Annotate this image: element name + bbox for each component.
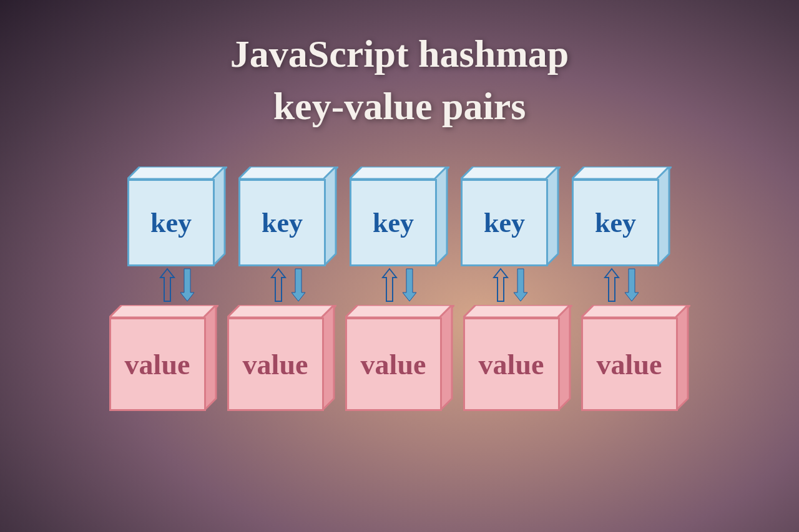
key-label: key [350, 179, 437, 266]
hashmap-diagram: key key key key key [100, 167, 699, 411]
arrow-pair [238, 268, 338, 302]
key-label: key [461, 179, 548, 266]
value-cube: value [109, 305, 218, 411]
value-cube: value [227, 305, 336, 411]
value-label: value [581, 317, 678, 411]
value-label: value [227, 317, 324, 411]
key-label: key [572, 179, 659, 266]
arrow-down-icon [401, 268, 418, 302]
arrow-pair [350, 268, 449, 302]
arrow-up-icon [381, 268, 398, 302]
key-cube: key [461, 167, 561, 266]
diagram-title: JavaScript hashmap key-value pairs [0, 0, 799, 132]
value-label: value [345, 317, 442, 411]
title-line-2: key-value pairs [0, 80, 799, 133]
value-row: value value value value value [100, 305, 699, 411]
arrow-row [100, 268, 699, 302]
key-cube: key [350, 167, 449, 266]
key-cube: key [572, 167, 672, 266]
value-cube: value [581, 305, 690, 411]
arrow-up-icon [159, 268, 175, 302]
arrow-up-icon [493, 268, 509, 302]
arrow-pair [461, 268, 561, 302]
arrow-down-icon [512, 268, 529, 302]
arrow-down-icon [624, 268, 640, 302]
value-label: value [463, 317, 560, 411]
arrow-pair [572, 268, 672, 302]
key-cube: key [127, 167, 227, 266]
value-cube: value [345, 305, 454, 411]
arrow-down-icon [290, 268, 306, 302]
arrow-pair [127, 268, 227, 302]
title-line-1: JavaScript hashmap [0, 28, 799, 80]
value-cube: value [463, 305, 572, 411]
key-label: key [238, 179, 326, 266]
key-label: key [127, 179, 215, 266]
arrow-up-icon [270, 268, 287, 302]
value-label: value [109, 317, 206, 411]
key-cube: key [238, 167, 338, 266]
arrow-down-icon [179, 268, 195, 302]
key-row: key key key key key [100, 167, 699, 266]
arrow-up-icon [604, 268, 620, 302]
